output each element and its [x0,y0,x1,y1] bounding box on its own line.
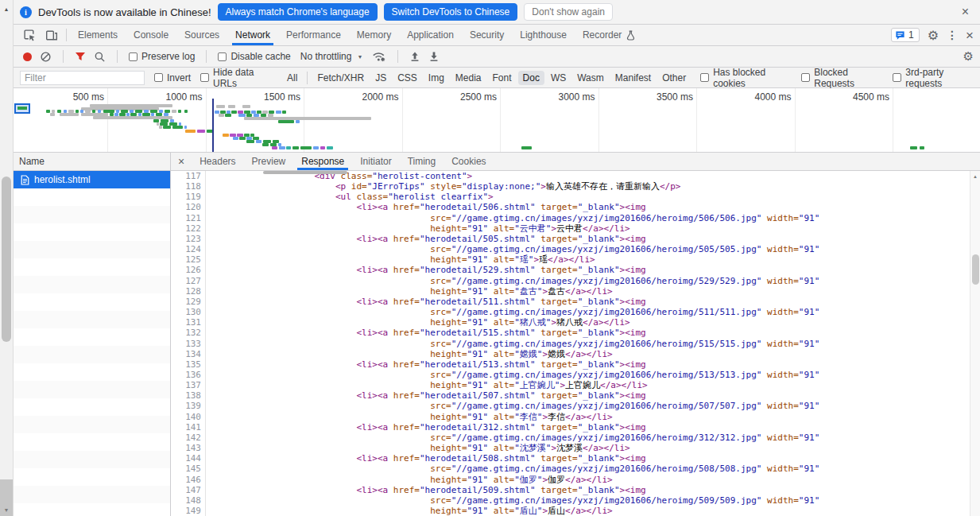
request-timeline-bar [178,110,181,113]
type-filter-img[interactable]: Img [424,71,449,85]
tab-elements[interactable]: Elements [70,25,126,45]
scroll-up-icon[interactable]: ▲ [970,174,980,179]
type-filter-doc[interactable]: Doc [518,71,544,85]
type-filter-manifest[interactable]: Manifest [610,71,656,85]
inspect-element-icon[interactable] [18,25,41,45]
throttling-select[interactable]: No throttling ▼ [299,51,365,62]
detail-tab-response[interactable]: Response [293,153,352,170]
dont-show-again-button[interactable]: Don't show again [524,3,613,21]
tab-label: Lighthouse [520,29,567,41]
close-detail-icon[interactable]: × [171,153,192,170]
invert-checkbox[interactable]: Invert [154,72,191,83]
code-text: src="//game.gtimg.cn/images/yxzj/img2016… [209,276,819,286]
detail-tab-preview[interactable]: Preview [244,153,294,170]
type-filter-ws[interactable]: WS [546,71,571,85]
disable-cache-checkbox[interactable]: Disable cache [218,51,290,62]
checkbox-icon[interactable] [200,73,209,82]
tab-label: Memory [357,29,391,41]
match-language-button[interactable]: Always match Chrome's language [218,3,378,21]
tab-console[interactable]: Console [126,25,176,45]
devtools-window: ▲ ▼ i DevTools is now available in Chine… [0,0,980,516]
issues-bubble-icon [895,30,905,41]
line-number: 125 [171,254,206,265]
has-blocked-cookies-checkbox[interactable]: Has blocked cookies [700,67,790,89]
checkbox-icon[interactable] [700,73,709,82]
checkbox-icon[interactable] [154,73,163,82]
type-filter-font[interactable]: Font [488,71,517,85]
blocked-requests-checkbox[interactable]: Blocked Requests [801,67,881,89]
type-filter-media[interactable]: Media [451,71,486,85]
record-network-log-button[interactable] [23,52,32,61]
type-filter-fetch-xhr[interactable]: Fetch/XHR [312,71,369,85]
infobar-close-icon[interactable]: × [959,6,972,18]
tab-application[interactable]: Application [399,25,462,45]
scroll-down-icon[interactable]: ▼ [0,507,13,513]
type-filter-css[interactable]: CSS [393,71,422,85]
tab-performance[interactable]: Performance [278,25,349,45]
language-infobar: i DevTools is now available in Chinese! … [14,0,980,25]
more-options-icon[interactable]: ⋮ [947,29,958,41]
line-number: 137 [171,380,206,390]
settings-gear-icon[interactable]: ⚙ [928,28,939,43]
detail-tab-initiator[interactable]: Initiator [352,153,399,170]
name-column-header[interactable]: Name [14,153,170,171]
network-content: Name herolist.shtml × HeadersPreviewResp… [14,153,980,516]
browser-scrollbar-left[interactable]: ▲ ▼ [0,0,14,516]
tab-lighthouse[interactable]: Lighthouse [512,25,575,45]
line-number: 149 [171,506,206,516]
switch-chinese-button[interactable]: Switch DevTools to Chinese [384,3,518,21]
timeline-label: 1000 ms [150,91,203,103]
3rd-party-requests-checkbox[interactable]: 3rd-party requests [893,67,974,89]
device-toolbar-icon[interactable] [41,25,63,45]
hide-data-urls-checkbox[interactable]: Hide data URLs [200,67,273,89]
devtools-close-icon[interactable]: × [966,29,974,42]
tab-memory[interactable]: Memory [349,25,399,45]
clear-network-log-icon[interactable] [40,51,52,63]
filter-input[interactable] [20,71,145,85]
request-timeline-bar [231,111,237,114]
request-timeline-bar [292,146,299,149]
type-filter-wasm[interactable]: Wasm [572,71,609,85]
network-overview[interactable]: 500 ms1000 ms1500 ms2000 ms2500 ms3000 m… [14,88,980,153]
issues-counter[interactable]: 1 [891,28,920,42]
type-filter-all[interactable]: All [282,71,302,85]
network-conditions-icon[interactable] [372,51,386,62]
line-number: 117 [171,171,206,181]
horizontal-scrollbar-thumb[interactable] [263,171,347,174]
search-icon[interactable] [94,51,106,63]
checkbox-icon[interactable] [893,73,901,82]
request-row-herolist[interactable]: herolist.shtml [14,171,170,188]
detail-tab-headers[interactable]: Headers [192,153,243,170]
timeline-gridline [598,88,599,152]
detail-tab-cookies[interactable]: Cookies [444,153,494,170]
tab-recorder[interactable]: Recorder [575,25,644,45]
code-text: <li><a href="herodetail/505.shtml" targe… [209,234,646,244]
tab-label: Security [470,29,504,41]
line-number: 121 [171,213,206,223]
tab-label: Performance [286,29,341,41]
import-har-icon[interactable] [409,51,420,62]
preserve-log-checkbox[interactable]: Preserve log [129,51,195,62]
response-scrollbar[interactable]: ▲ [970,171,980,516]
tab-sources[interactable]: Sources [176,25,227,45]
tab-security[interactable]: Security [462,25,512,45]
checkbox-icon[interactable] [218,52,227,61]
response-source-code[interactable]: 117 <div class="herolist-content">118 <p… [171,171,970,516]
scrollbar-thumb[interactable] [972,254,979,285]
tab-label: Network [235,29,270,41]
type-filter-other[interactable]: Other [657,71,691,85]
scrollbar-thumb[interactable] [2,177,11,342]
detail-tab-timing[interactable]: Timing [400,153,444,170]
type-filter-js[interactable]: JS [370,71,391,85]
checkbox-icon[interactable] [129,52,138,61]
code-text: height="91" alt="沈梦溪">沈梦溪</a></li> [209,443,630,453]
scroll-up-icon[interactable]: ▲ [0,6,13,12]
filter-funnel-icon[interactable] [75,52,86,62]
network-settings-gear-icon[interactable]: ⚙ [963,49,974,64]
export-har-icon[interactable] [428,51,440,62]
code-line: 121 src="//game.gtimg.cn/images/yxzj/img… [171,213,970,223]
code-line: 143 height="91" alt="沈梦溪">沈梦溪</a></li> [171,443,970,453]
checkbox-icon[interactable] [801,73,810,82]
network-toolbar: Preserve log Disable cache No throttling… [14,46,980,68]
tab-network[interactable]: Network [227,25,278,45]
